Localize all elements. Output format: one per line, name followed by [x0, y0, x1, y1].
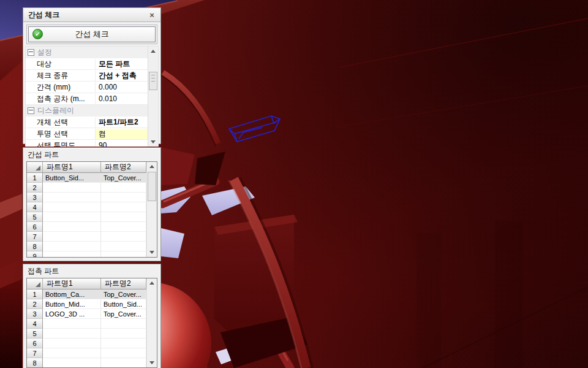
table-row[interactable]: 4 — [27, 319, 146, 329]
table-scrollbar[interactable] — [146, 278, 157, 367]
part2-cell[interactable] — [101, 202, 146, 212]
table-row[interactable]: 6 — [27, 222, 146, 232]
scroll-up-icon[interactable] — [147, 162, 157, 171]
table-row[interactable]: 2 — [27, 183, 146, 193]
scroll-down-icon[interactable] — [147, 358, 157, 367]
collapse-icon[interactable] — [28, 49, 34, 56]
part1-cell[interactable]: Button_Sid... — [43, 173, 101, 183]
interference-parts-table[interactable]: 파트명1파트명21Button_Sid...Top_Cover...234567… — [26, 161, 157, 258]
table-row[interactable]: 7 — [27, 232, 146, 242]
contact-parts-table[interactable]: 파트명1파트명21Bottom_Ca...Top_Cover...2Button… — [26, 278, 157, 368]
part1-cell[interactable] — [43, 202, 101, 212]
property-grid-scrollbar[interactable] — [148, 47, 158, 147]
column-header-part1[interactable]: 파트명1 — [43, 162, 101, 173]
part1-cell[interactable] — [43, 212, 101, 222]
part2-cell[interactable] — [101, 222, 146, 232]
part1-cell[interactable] — [43, 193, 101, 202]
property-value[interactable]: 0.000 — [96, 83, 148, 91]
column-header-part1[interactable]: 파트명1 — [43, 278, 101, 289]
close-icon[interactable]: × — [147, 10, 157, 20]
table-row[interactable]: 8 — [27, 358, 146, 368]
part1-cell[interactable] — [43, 251, 101, 258]
property-value[interactable]: 켬 — [96, 129, 148, 139]
part2-cell[interactable]: Top_Cover... — [101, 309, 146, 319]
row-number-cell[interactable]: 7 — [27, 348, 43, 358]
row-number-cell[interactable]: 3 — [27, 193, 43, 202]
property-section-row[interactable]: 설정 — [26, 47, 148, 58]
part1-cell[interactable] — [43, 348, 101, 358]
property-value[interactable]: 0.010 — [96, 94, 148, 103]
row-number-cell[interactable]: 4 — [27, 319, 43, 329]
property-section-row[interactable]: 디스플레이 — [26, 105, 148, 117]
part2-cell[interactable] — [101, 339, 146, 348]
column-header-part2[interactable]: 파트명2 — [100, 162, 146, 173]
row-number-cell[interactable]: 3 — [27, 309, 43, 319]
table-row[interactable]: 3 — [27, 193, 146, 202]
part2-cell[interactable]: Button_Sid... — [101, 299, 146, 309]
table-row[interactable]: 9 — [27, 251, 146, 258]
table-row[interactable]: 6 — [27, 339, 146, 348]
table-row[interactable]: 7 — [27, 348, 146, 358]
part1-cell[interactable] — [43, 183, 101, 193]
table-row[interactable]: 3LOGO_3D ...Top_Cover... — [27, 309, 146, 319]
table-row[interactable]: 8 — [27, 242, 146, 251]
table-row[interactable]: 1Bottom_Ca...Top_Cover... — [27, 289, 146, 299]
part1-cell[interactable] — [43, 242, 101, 251]
row-number-cell[interactable]: 9 — [27, 251, 43, 258]
part1-cell[interactable]: LOGO_3D ... — [43, 309, 101, 319]
scroll-down-icon[interactable] — [147, 248, 157, 257]
scroll-up-icon[interactable] — [147, 278, 157, 288]
property-value[interactable]: 90 — [96, 141, 148, 147]
table-row[interactable]: 5 — [27, 212, 146, 222]
row-number-cell[interactable]: 7 — [27, 232, 43, 242]
part2-cell[interactable] — [101, 358, 146, 368]
row-number-cell[interactable]: 1 — [27, 289, 43, 299]
scrollbar-thumb[interactable] — [149, 72, 157, 90]
part2-cell[interactable] — [101, 251, 146, 258]
property-value[interactable]: 파트1/파트2 — [96, 117, 148, 128]
column-header-part2[interactable]: 파트명2 — [100, 278, 146, 289]
row-number-cell[interactable]: 8 — [27, 242, 43, 251]
part2-cell[interactable] — [101, 242, 146, 251]
scroll-down-icon[interactable] — [148, 137, 158, 147]
part2-cell[interactable] — [101, 329, 146, 339]
part1-cell[interactable]: Bottom_Ca... — [43, 289, 101, 299]
property-value[interactable]: 간섭 + 접촉 — [96, 71, 148, 81]
part2-cell[interactable]: Top_Cover... — [101, 173, 146, 183]
row-number-cell[interactable]: 4 — [27, 202, 43, 212]
table-row[interactable]: 4 — [27, 202, 146, 212]
part1-cell[interactable] — [43, 319, 101, 329]
row-number-cell[interactable]: 5 — [27, 212, 43, 222]
scrollbar-thumb[interactable] — [148, 172, 156, 201]
table-row[interactable]: 1Button_Sid...Top_Cover... — [27, 173, 146, 183]
row-number-cell[interactable]: 6 — [27, 222, 43, 232]
part1-cell[interactable] — [43, 232, 101, 242]
property-value[interactable]: 모든 파트 — [96, 59, 148, 69]
run-check-button[interactable]: ✔ 간섭 체크 — [28, 26, 156, 42]
table-scrollbar[interactable] — [146, 162, 157, 257]
part2-cell[interactable] — [101, 183, 146, 193]
row-number-cell[interactable]: 2 — [27, 299, 43, 309]
row-number-cell[interactable]: 2 — [27, 183, 43, 193]
select-all-corner[interactable] — [27, 278, 43, 289]
part2-cell[interactable] — [101, 212, 146, 222]
select-all-corner[interactable] — [27, 162, 43, 173]
table-row[interactable]: 5 — [27, 329, 146, 339]
collapse-icon[interactable] — [28, 107, 34, 114]
part2-cell[interactable] — [101, 193, 146, 202]
part2-cell[interactable] — [101, 348, 146, 358]
row-number-cell[interactable]: 1 — [27, 173, 43, 183]
table-row[interactable]: 2Button_Mid...Button_Sid... — [27, 299, 146, 309]
part1-cell[interactable] — [43, 329, 101, 339]
row-number-cell[interactable]: 8 — [27, 358, 43, 368]
panel-titlebar[interactable]: 간섭 체크 × — [23, 8, 160, 22]
part2-cell[interactable]: Top_Cover... — [101, 289, 146, 299]
scroll-up-icon[interactable] — [148, 47, 158, 56]
part1-cell[interactable]: Button_Mid... — [43, 299, 101, 309]
row-number-cell[interactable]: 5 — [27, 329, 43, 339]
part2-cell[interactable] — [101, 319, 146, 329]
part1-cell[interactable] — [43, 222, 101, 232]
part2-cell[interactable] — [101, 232, 146, 242]
row-number-cell[interactable]: 6 — [27, 339, 43, 348]
part1-cell[interactable] — [43, 358, 101, 368]
